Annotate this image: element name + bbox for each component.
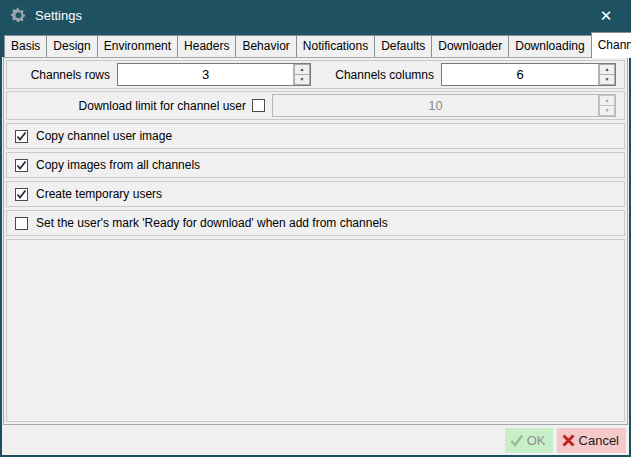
tab-behavior[interactable]: Behavior [235, 35, 296, 57]
footer-bar: OK Cancel [2, 425, 629, 455]
tab-environment[interactable]: Environment [97, 35, 178, 57]
gear-icon [10, 7, 27, 24]
copy-channel-user-image-label[interactable]: Copy channel user image [36, 129, 172, 143]
set-ready-mark-label[interactable]: Set the user's mark 'Ready for download'… [36, 216, 388, 230]
copy-channel-user-image-checkbox[interactable] [15, 130, 28, 143]
set-ready-mark-checkbox[interactable] [15, 217, 28, 230]
tab-downloader[interactable]: Downloader [431, 35, 509, 57]
tab-downloading[interactable]: Downloading [508, 35, 591, 57]
spin-down-icon[interactable]: ▼ [294, 74, 310, 85]
title-bar: Settings ✕ [2, 2, 629, 29]
download-limit-value: 10 [273, 95, 598, 116]
create-temporary-users-row: Create temporary users [6, 181, 625, 207]
spin-down-icon: ▼ [599, 105, 615, 116]
copy-images-all-channels-row: Copy images from all channels [6, 152, 625, 178]
tab-design[interactable]: Design [46, 35, 97, 57]
create-temporary-users-checkbox[interactable] [15, 188, 28, 201]
grid-size-row: Channels rows 3 ▲ ▼ Channels columns 6 ▲… [6, 60, 625, 89]
checkmark-icon [16, 189, 27, 200]
create-temporary-users-label[interactable]: Create temporary users [36, 187, 162, 201]
channels-rows-spin-buttons: ▲ ▼ [293, 64, 310, 85]
channels-columns-stepper[interactable]: 6 ▲ ▼ [441, 63, 616, 86]
tab-basis[interactable]: Basis [4, 35, 47, 57]
spin-down-icon[interactable]: ▼ [599, 74, 615, 85]
checkmark-icon [16, 160, 27, 171]
channels-tab-page: Channels rows 3 ▲ ▼ Channels columns 6 ▲… [3, 57, 628, 425]
check-icon [509, 433, 524, 448]
channels-rows-label: Channels rows [7, 68, 117, 82]
spin-up-icon: ▲ [599, 95, 615, 105]
channels-rows-stepper[interactable]: 3 ▲ ▼ [117, 63, 311, 86]
download-limit-row: Download limit for channel user 10 ▲ ▼ [6, 91, 625, 120]
tab-defaults[interactable]: Defaults [374, 35, 432, 57]
copy-images-all-channels-label[interactable]: Copy images from all channels [36, 158, 200, 172]
ok-button-label: OK [527, 433, 546, 448]
download-limit-stepper: 10 ▲ ▼ [272, 94, 616, 117]
empty-panel [6, 239, 625, 422]
download-limit-checkbox[interactable] [252, 99, 265, 112]
settings-dialog: Settings ✕ Basis Design Environment Head… [0, 0, 631, 457]
cancel-button[interactable]: Cancel [557, 428, 626, 453]
tab-notifications[interactable]: Notifications [296, 35, 375, 57]
tab-strip: Basis Design Environment Headers Behavio… [2, 29, 629, 57]
spin-up-icon[interactable]: ▲ [294, 64, 310, 74]
channels-rows-value[interactable]: 3 [118, 64, 293, 85]
copy-images-all-channels-checkbox[interactable] [15, 159, 28, 172]
spin-up-icon[interactable]: ▲ [599, 64, 615, 74]
ok-button[interactable]: OK [505, 428, 553, 453]
window-title: Settings [35, 8, 82, 23]
cancel-button-label: Cancel [579, 433, 619, 448]
channels-columns-label: Channels columns [321, 68, 441, 82]
set-ready-mark-row: Set the user's mark 'Ready for download'… [6, 210, 625, 236]
channels-columns-spin-buttons: ▲ ▼ [598, 64, 615, 85]
copy-channel-user-image-row: Copy channel user image [6, 123, 625, 149]
x-icon [561, 433, 576, 448]
download-limit-label: Download limit for channel user [7, 99, 252, 113]
channels-columns-value[interactable]: 6 [442, 64, 598, 85]
close-icon[interactable]: ✕ [591, 2, 621, 29]
download-limit-spin-buttons: ▲ ▼ [598, 95, 615, 116]
tab-channels[interactable]: Channels [591, 32, 631, 58]
checkmark-icon [16, 131, 27, 142]
tab-headers[interactable]: Headers [177, 35, 236, 57]
